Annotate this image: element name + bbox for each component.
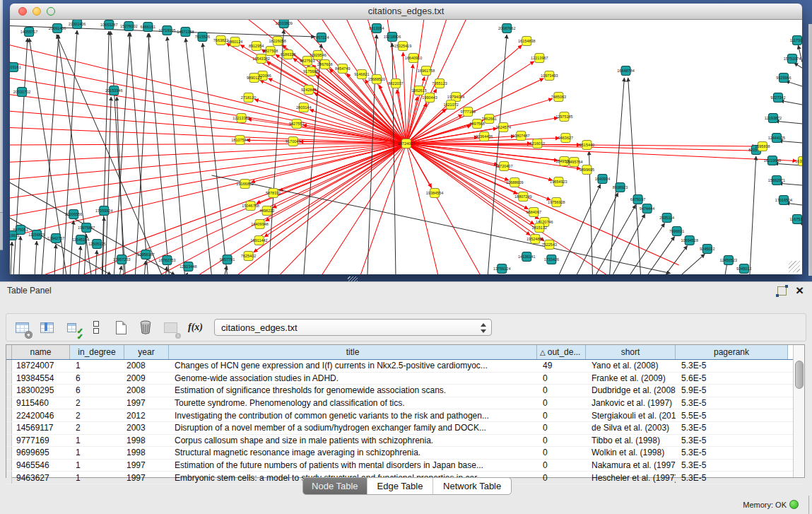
black-edge[interactable] xyxy=(203,43,228,274)
red-edge[interactable] xyxy=(10,144,406,239)
table-cell[interactable]: 5.3E-5 xyxy=(676,473,788,483)
column-header-name[interactable]: name xyxy=(12,345,70,359)
black-edge[interactable] xyxy=(779,183,802,185)
scrollbar-thumb[interactable] xyxy=(795,361,804,389)
black-edge[interactable] xyxy=(595,205,635,274)
black-edge[interactable] xyxy=(35,241,37,274)
table-cell[interactable]: 49 xyxy=(537,361,586,370)
table-cell[interactable]: Yano et al. (2008) xyxy=(586,361,676,370)
vertical-scrollbar[interactable] xyxy=(793,345,804,477)
table-cell[interactable]: Jankovic et al. (1997) xyxy=(586,398,676,408)
table-row[interactable]: 1830029562008Estimation of significance … xyxy=(6,385,804,397)
table-cell[interactable]: 1997 xyxy=(124,460,169,470)
table-cell[interactable]: 0 xyxy=(537,411,586,421)
column-header-title[interactable]: title xyxy=(169,345,537,359)
function-builder-icon[interactable]: f(x) xyxy=(188,322,203,333)
table-cell[interactable]: Estimation of significance thresholds fo… xyxy=(169,385,537,395)
new-table-icon[interactable] xyxy=(112,318,130,337)
black-edge[interactable] xyxy=(129,33,148,274)
table-cell[interactable]: 0 xyxy=(537,385,586,395)
black-edge[interactable] xyxy=(70,221,73,274)
table-cell[interactable]: 2012 xyxy=(124,411,169,421)
table-cell[interactable]: 1998 xyxy=(124,436,169,445)
table-cell[interactable]: 1 xyxy=(70,460,124,470)
table-cell[interactable]: 5.3E-5 xyxy=(676,448,788,457)
table-selector-combo[interactable]: citations_edges.txt xyxy=(214,319,492,336)
table-cell[interactable]: 0 xyxy=(537,473,586,483)
black-edge[interactable] xyxy=(392,43,396,274)
black-edge[interactable] xyxy=(11,242,12,274)
table-cell[interactable]: Nakamura et al. (1997) xyxy=(586,460,676,470)
network-canvas[interactable]: 1405571720691406213014061065328715276002… xyxy=(10,20,802,274)
table-cell[interactable]: 14569117 xyxy=(12,423,70,433)
table-cell[interactable]: 0 xyxy=(537,398,586,408)
network-graph[interactable]: 1405571720691406213014061065328715276002… xyxy=(10,20,802,274)
table-row[interactable]: 969969511998Structural magnetic resonanc… xyxy=(6,447,804,460)
table-cell[interactable]: 0 xyxy=(537,423,586,433)
tab-node-table[interactable]: Node Table xyxy=(303,478,367,494)
black-edge[interactable] xyxy=(110,31,125,274)
delete-icon[interactable] xyxy=(136,318,155,337)
column-header-in_degree[interactable]: in_degree xyxy=(70,345,124,359)
table-cell[interactable]: Genome-wide association studies in ADHD. xyxy=(169,373,537,383)
red-edge[interactable] xyxy=(266,144,406,221)
table-cell[interactable]: 2003 xyxy=(124,423,169,433)
table-cell[interactable]: 9115460 xyxy=(12,398,70,408)
column-header-short[interactable]: short xyxy=(586,345,676,359)
table-cell[interactable]: 2 xyxy=(70,411,124,421)
table-cell[interactable]: 0 xyxy=(537,460,586,470)
table-cell[interactable]: 5.3E-5 xyxy=(676,423,788,433)
table-cell[interactable]: 1 xyxy=(70,436,124,445)
select-rows-icon[interactable]: ✓✓ xyxy=(62,318,81,337)
black-edge[interactable] xyxy=(95,250,97,274)
black-edge[interactable] xyxy=(775,121,802,124)
table-cell[interactable]: 2008 xyxy=(124,361,169,370)
black-edge[interactable] xyxy=(78,246,81,274)
black-edge[interactable] xyxy=(681,254,705,274)
table-cell[interactable]: 1 xyxy=(70,473,124,483)
table-cell[interactable]: 5.6E-5 xyxy=(676,373,788,383)
table-cell[interactable]: 2 xyxy=(70,398,124,408)
red-edge[interactable] xyxy=(247,119,406,144)
table-cell[interactable]: 1 xyxy=(70,361,124,370)
black-edge[interactable] xyxy=(779,141,802,143)
table-cell[interactable]: 1997 xyxy=(124,473,169,483)
table-row[interactable]: 1938455462009Genome-wide association stu… xyxy=(6,373,804,385)
red-edge[interactable] xyxy=(10,144,406,199)
black-edge[interactable] xyxy=(19,236,20,274)
table-cell[interactable]: Franke et al. (2009) xyxy=(586,373,676,383)
left-splitter-grip[interactable] xyxy=(0,212,3,250)
table-cell[interactable]: Wolkin et al. (1998) xyxy=(586,448,676,457)
black-edge[interactable] xyxy=(630,223,665,274)
table-cell[interactable]: 9777169 xyxy=(12,436,70,445)
black-edge[interactable] xyxy=(212,175,671,274)
table-cell[interactable]: 9463627 xyxy=(12,473,70,483)
table-cell[interactable]: 2009 xyxy=(124,373,169,383)
table-cell[interactable]: 5.3E-5 xyxy=(676,460,788,470)
table-row[interactable]: 911546021997Tourette syndrome. Phenomeno… xyxy=(6,397,804,410)
close-panel-icon[interactable]: × xyxy=(796,283,804,298)
table-cell[interactable]: 6 xyxy=(70,385,124,395)
table-cell[interactable]: 9699695 xyxy=(12,448,70,457)
table-cell[interactable]: 5.3E-5 xyxy=(676,436,788,445)
table-row[interactable]: 946554611997Estimation of the future num… xyxy=(6,460,804,472)
table-options-icon[interactable] xyxy=(13,318,31,337)
select-column-icon[interactable] xyxy=(37,318,56,337)
black-edge[interactable] xyxy=(186,38,212,274)
graph-window-titlebar[interactable]: citations_edges.txt xyxy=(10,4,802,20)
table-cell[interactable]: 0 xyxy=(537,436,586,445)
red-edge[interactable] xyxy=(10,76,406,144)
table-cell[interactable]: Changes of HCN gene expression and I(f) … xyxy=(169,361,537,370)
table-cell[interactable]: 5.9E-5 xyxy=(676,385,788,395)
table-cell[interactable]: Disruption of a novel member of a sodium… xyxy=(169,423,537,433)
table-cell[interactable]: Investigating the contribution of common… xyxy=(169,411,537,421)
table-cell[interactable]: 22420046 xyxy=(12,411,70,421)
table-cell[interactable]: 1 xyxy=(70,448,124,457)
black-edge[interactable] xyxy=(794,63,802,68)
table-cell[interactable]: 1998 xyxy=(124,448,169,457)
black-edge[interactable] xyxy=(135,33,149,274)
black-edge[interactable] xyxy=(186,273,187,274)
table-cell[interactable]: Estimation of the future numbers of pati… xyxy=(169,460,537,470)
black-edge[interactable] xyxy=(167,37,185,274)
tab-edge-table[interactable]: Edge Table xyxy=(367,478,434,494)
